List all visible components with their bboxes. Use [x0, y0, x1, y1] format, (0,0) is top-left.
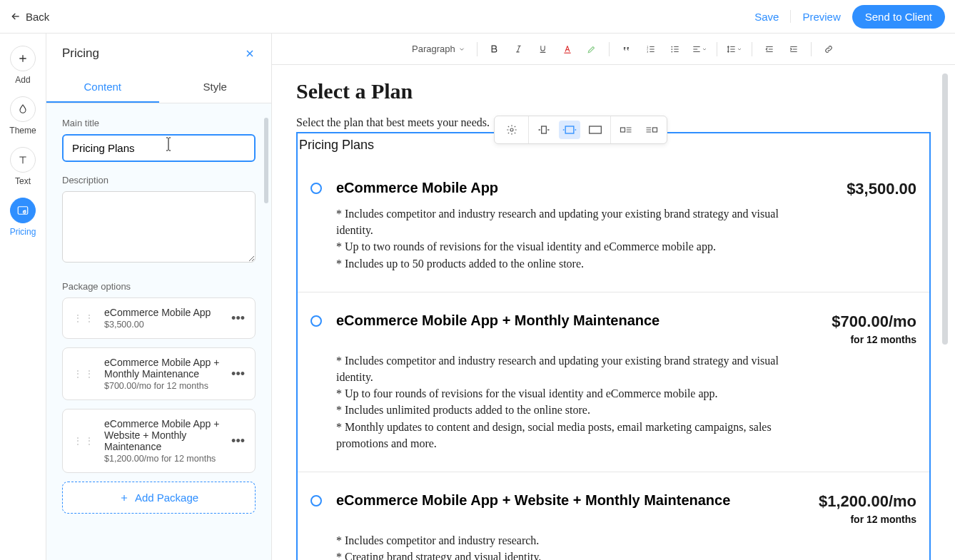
left-rail: Add Theme Text $ Pricing — [0, 34, 46, 560]
panel-scrollbar[interactable] — [264, 118, 268, 203]
plus-icon — [119, 493, 129, 503]
tab-style[interactable]: Style — [159, 72, 272, 103]
package-more-button[interactable]: ••• — [231, 434, 245, 449]
main-title-label: Main title — [62, 118, 256, 128]
editor-canvas: Paragraph 123 Select a Plan Select t — [272, 34, 955, 560]
plan-name: eCommerce Mobile App + Monthly Maintenan… — [336, 312, 660, 329]
chevron-down-icon — [458, 46, 465, 53]
rail-pricing[interactable]: $ Pricing — [10, 198, 36, 237]
package-options-label: Package options — [62, 281, 256, 292]
rail-theme[interactable]: Theme — [9, 96, 36, 136]
quote-button[interactable] — [617, 39, 637, 59]
gear-icon — [506, 124, 517, 136]
plan-term: for 12 months — [832, 334, 916, 345]
plan-radio[interactable] — [310, 183, 322, 194]
layout-full-button[interactable] — [585, 121, 606, 139]
block-settings-button[interactable] — [495, 116, 529, 143]
drag-handle-icon[interactable]: ⋮⋮ — [73, 372, 96, 376]
italic-button[interactable] — [509, 39, 529, 59]
plan-row[interactable]: eCommerce Mobile App $3,500.00 * Include… — [298, 160, 929, 292]
document-area[interactable]: Select a Plan Select the plan that best … — [272, 65, 955, 560]
package-more-button[interactable]: ••• — [231, 367, 245, 382]
paragraph-style-select[interactable]: Paragraph — [408, 41, 470, 57]
divider — [790, 10, 791, 23]
preview-button[interactable]: Preview — [802, 11, 840, 23]
ordered-list-button[interactable]: 123 — [641, 39, 661, 59]
toolbar-separator — [811, 42, 812, 56]
indent-decrease-button[interactable] — [759, 39, 779, 59]
main-title-input[interactable] — [62, 134, 256, 162]
plan-term: for 12 months — [819, 514, 916, 525]
underline-icon — [538, 44, 547, 54]
toolbar-separator — [717, 42, 717, 56]
plan-description: * Includes competitor and industry resea… — [336, 352, 793, 452]
bold-button[interactable] — [485, 39, 505, 59]
align-button[interactable] — [689, 39, 709, 59]
svg-point-9 — [510, 128, 513, 131]
plan-price: $1,200.00/mo — [819, 492, 916, 511]
canvas-scrollbar[interactable] — [942, 73, 948, 345]
text-color-icon — [562, 44, 572, 54]
pricing-block[interactable]: Pricing Plans eCommerce Mobile App $3,50… — [296, 132, 931, 560]
drag-handle-icon[interactable]: ⋮⋮ — [73, 439, 96, 443]
package-name: eCommerce Mobile App — [104, 307, 223, 318]
align-icon — [692, 44, 702, 54]
svg-rect-0 — [18, 207, 28, 215]
highlight-button[interactable] — [582, 39, 602, 59]
quote-icon — [622, 44, 632, 54]
panel-title: Pricing — [62, 46, 99, 61]
package-price: $700.00/mo for 12 months — [104, 381, 223, 391]
svg-point-7 — [671, 49, 672, 50]
toolbar-separator — [752, 42, 752, 56]
back-label: Back — [26, 11, 49, 23]
rail-add[interactable]: Add — [10, 46, 36, 85]
drag-handle-icon[interactable]: ⋮⋮ — [73, 316, 96, 320]
italic-icon — [514, 44, 523, 54]
plan-row[interactable]: eCommerce Mobile App + Monthly Maintenan… — [298, 292, 929, 472]
plan-description: * Includes competitor and industry resea… — [336, 205, 793, 272]
link-button[interactable] — [819, 39, 839, 59]
layout-wide-button[interactable] — [559, 121, 580, 139]
close-panel-button[interactable] — [244, 48, 256, 59]
indent-increase-button[interactable] — [784, 39, 804, 59]
highlight-icon — [587, 44, 597, 54]
plan-radio[interactable] — [310, 315, 322, 327]
rail-text[interactable]: Text — [10, 147, 36, 186]
text-color-button[interactable] — [557, 39, 577, 59]
layout-narrow-button[interactable] — [533, 121, 555, 139]
description-label: Description — [62, 175, 256, 185]
svg-rect-14 — [653, 128, 657, 132]
wrap-right-icon — [645, 125, 658, 135]
package-card[interactable]: ⋮⋮ eCommerce Mobile App + Website + Mont… — [62, 409, 256, 473]
text-toolbar: Paragraph 123 — [272, 34, 955, 65]
line-spacing-button[interactable] — [724, 39, 744, 59]
package-more-button[interactable]: ••• — [231, 311, 245, 326]
plan-price: $3,500.00 — [847, 180, 916, 198]
doc-heading[interactable]: Select a Plan — [296, 79, 931, 103]
back-button[interactable]: Back — [10, 11, 49, 23]
text-icon — [17, 154, 29, 166]
plan-row[interactable]: eCommerce Mobile App + Website + Monthly… — [298, 472, 929, 560]
wrap-left-button[interactable] — [615, 121, 637, 139]
wrap-right-button[interactable] — [641, 121, 662, 139]
svg-point-8 — [671, 51, 672, 52]
description-input[interactable] — [62, 191, 256, 263]
package-price: $1,200.00/mo for 12 months — [104, 454, 223, 464]
add-package-button[interactable]: Add Package — [62, 482, 256, 514]
package-card[interactable]: ⋮⋮ eCommerce Mobile App $3,500.00 ••• — [62, 297, 256, 339]
svg-point-6 — [671, 46, 672, 47]
send-to-client-button[interactable]: Send to Client — [852, 5, 945, 29]
svg-rect-12 — [590, 126, 602, 133]
rail-text-label: Text — [15, 176, 31, 186]
svg-rect-11 — [565, 126, 574, 133]
rail-pricing-label: Pricing — [10, 227, 36, 237]
tab-content[interactable]: Content — [46, 72, 159, 103]
unordered-list-button[interactable] — [665, 39, 685, 59]
save-button[interactable]: Save — [754, 11, 779, 23]
svg-rect-13 — [621, 128, 625, 132]
plan-radio[interactable] — [310, 495, 322, 506]
package-card[interactable]: ⋮⋮ eCommerce Mobile App + Monthly Mainte… — [62, 347, 256, 400]
underline-button[interactable] — [533, 39, 553, 59]
svg-text:3: 3 — [647, 50, 648, 53]
app-header: Back Save Preview Send to Client — [0, 0, 955, 34]
